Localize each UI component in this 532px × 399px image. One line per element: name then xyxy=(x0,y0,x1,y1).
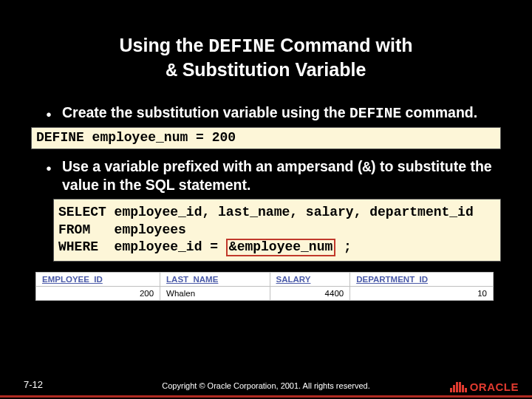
result-table: EMPLOYEE_ID LAST_NAME SALARY DEPARTMENT_… xyxy=(35,272,494,301)
bullet-1-pre: Create the substitution variable using t… xyxy=(62,104,349,120)
code-select-box: SELECT employee_id, last_name, salary, d… xyxy=(53,199,501,262)
cell-salary: 4400 xyxy=(270,286,350,300)
oracle-logo: ORACLE xyxy=(450,381,519,393)
col-salary: SALARY xyxy=(270,272,350,286)
col-employee-id: EMPLOYEE_ID xyxy=(36,272,160,286)
bullet-2-text: Use a variable prefixed with an ampersan… xyxy=(62,158,497,195)
col-department-id: DEPARTMENT_ID xyxy=(350,272,494,286)
bullet-1-mono: DEFINE xyxy=(349,106,401,122)
bullet-1-text: Create the substitution variable using t… xyxy=(62,104,477,123)
slide-title: Using the DEFINE Command with & Substitu… xyxy=(44,34,488,83)
footer: 7-12 Copyright © Oracle Corporation, 200… xyxy=(0,369,532,399)
bullet-2: • Use a variable prefixed with an ampers… xyxy=(35,158,497,195)
bullet-2-pre: Use a variable prefixed with an ampersan… xyxy=(62,158,362,174)
bullet-dot-icon: • xyxy=(35,158,62,176)
title-line1-post: Command with xyxy=(275,35,412,55)
cell-last-name: Whalen xyxy=(160,286,270,300)
table-header-row: EMPLOYEE_ID LAST_NAME SALARY DEPARTMENT_… xyxy=(36,272,494,286)
code-define: DEFINE employee_num = 200 xyxy=(36,130,236,145)
code-select-l1: SELECT employee_id, last_name, salary, d… xyxy=(58,205,474,219)
title-line2-mono: & xyxy=(166,61,177,82)
cell-employee-id: 200 xyxy=(36,286,160,300)
bullet-1-post: command. xyxy=(401,104,477,120)
code-select-l3-pre: WHERE employee_id = xyxy=(58,239,226,254)
bullet-2-mono: & xyxy=(362,160,371,176)
cell-department-id: 10 xyxy=(350,286,494,300)
title-line1-pre: Using the xyxy=(120,35,209,55)
code-select-l3-post: ; xyxy=(335,239,352,254)
footer-red-bar xyxy=(0,395,532,398)
bullet-dot-icon: • xyxy=(35,104,62,122)
code-select-l2: FROM employees xyxy=(58,222,186,237)
oracle-logo-text: ORACLE xyxy=(470,381,519,393)
title-line2-post: Substitution Variable xyxy=(177,59,366,80)
col-last-name: LAST_NAME xyxy=(160,272,270,286)
table-row: 200 Whalen 4400 10 xyxy=(36,286,494,300)
code-define-box: DEFINE employee_num = 200 xyxy=(31,127,501,149)
code-highlight-variable: &employee_num xyxy=(226,239,335,256)
slide: Using the DEFINE Command with & Substitu… xyxy=(0,0,532,399)
bullet-1: • Create the substitution variable using… xyxy=(35,104,497,123)
content-area: • Create the substitution variable using… xyxy=(35,104,497,301)
oracle-logo-icon xyxy=(450,382,467,392)
title-line1-mono: DEFINE xyxy=(208,36,275,58)
